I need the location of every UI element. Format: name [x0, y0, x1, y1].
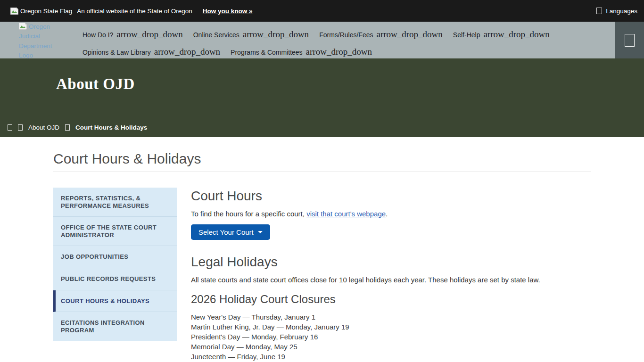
holiday-closures-heading: 2026 Holiday Court Closures [191, 293, 591, 306]
nav-item-forms-rules-fees[interactable]: Forms/Rules/Fees arrow_drop_down [314, 26, 448, 43]
arrow-drop-down-icon: arrow_drop_down [116, 26, 182, 40]
nav-item-online-services[interactable]: Online Services arrow_drop_down [188, 26, 314, 43]
holiday-list-item: New Year's Day — Thursday, January 1 [191, 312, 591, 322]
breadcrumb-current-page: Court Hours & Holidays [75, 124, 147, 131]
breadcrumb-home-icon[interactable] [8, 124, 12, 131]
sidebar-item-reports-statistics[interactable]: REPORTS, STATISTICS, & PERFORMANCE MEASU… [53, 188, 177, 217]
languages-icon [596, 8, 602, 14]
legal-holidays-text: All state courts and state court offices… [191, 276, 591, 284]
arrow-drop-down-icon: arrow_drop_down [483, 26, 549, 40]
main-column: Court Hours To find the hours for a spec… [191, 188, 591, 362]
sidebar-item-court-hours-holidays[interactable]: COURT HOURS & HOLIDAYS [53, 290, 177, 313]
sidebar-item-public-records[interactable]: PUBLIC RECORDS REQUESTS [53, 268, 177, 290]
legal-holidays-heading: Legal Holidays [191, 255, 591, 270]
main-navbar: Oregon Judicial Department Logo How Do I… [0, 22, 644, 58]
nav-item-label: Self-Help [453, 26, 480, 39]
court-webpage-link[interactable]: visit that court's webpage [306, 210, 386, 218]
nav-item-label: Online Services [193, 26, 239, 39]
hero-banner: About OJD About OJD Court Hours & Holida… [0, 58, 644, 137]
intro-prefix: To find the hours for a specific court, [191, 210, 306, 218]
broken-image-icon [19, 23, 27, 30]
flag-alt-text: Oregon State Flag [20, 8, 72, 15]
holiday-list: New Year's Day — Thursday, January 1 Mar… [191, 312, 591, 362]
state-flag-broken-image: Oregon State Flag [10, 8, 72, 15]
page-content: Court Hours & Holidays REPORTS, STATISTI… [0, 137, 644, 362]
breadcrumb-chevron-icon [18, 124, 23, 131]
search-button[interactable] [615, 22, 644, 58]
court-hours-heading: Court Hours [191, 189, 591, 204]
languages-label: Languages [606, 8, 637, 15]
arrow-drop-down-icon: arrow_drop_down [376, 26, 442, 40]
holiday-list-item: Juneteenth — Friday, June 19 [191, 352, 591, 362]
nav-item-label: Programs & Committees [231, 44, 302, 56]
breadcrumb-chevron-icon [65, 124, 70, 131]
official-state-bar: Oregon State Flag An official website of… [0, 0, 644, 22]
breadcrumb: About OJD Court Hours & Holidays [8, 124, 147, 131]
how-you-know-link[interactable]: How you know » [203, 8, 253, 15]
caret-down-icon [258, 231, 263, 233]
ojd-logo-link[interactable]: Oregon Judicial Department Logo [19, 22, 62, 58]
holiday-list-item: Memorial Day — Monday, May 25 [191, 342, 591, 352]
hero-title: About OJD [56, 75, 135, 93]
languages-button[interactable]: Languages [596, 8, 637, 15]
sidebar-item-osca[interactable]: OFFICE OF THE STATE COURT ADMINISTRATOR [53, 217, 177, 246]
nav-item-label: How Do I? [83, 26, 113, 39]
official-website-text: An official website of the State of Oreg… [77, 8, 192, 15]
holiday-list-item: President's Day — Monday, February 16 [191, 332, 591, 342]
title-divider [53, 172, 591, 172]
court-hours-intro: To find the hours for a specific court, … [191, 210, 591, 218]
nav-item-label: Forms/Rules/Fees [319, 26, 373, 39]
search-icon [625, 34, 635, 47]
section-sidebar: REPORTS, STATISTICS, & PERFORMANCE MEASU… [53, 188, 177, 341]
nav-item-label: Opinions & Law Library [83, 44, 151, 56]
nav-menu: How Do I? arrow_drop_down Online Service… [77, 22, 555, 58]
broken-image-icon [10, 8, 18, 15]
nav-item-how-do-i[interactable]: How Do I? arrow_drop_down [77, 26, 188, 43]
arrow-drop-down-icon: arrow_drop_down [306, 43, 372, 57]
select-your-court-label: Select Your Court [198, 228, 254, 236]
arrow-drop-down-icon: arrow_drop_down [154, 43, 220, 57]
holiday-list-item: Martin Luther King, Jr. Day — Monday, Ja… [191, 322, 591, 332]
select-your-court-button[interactable]: Select Your Court [191, 224, 270, 240]
sidebar-item-ecitations[interactable]: ECITATIONS INTEGRATION PROGRAM [53, 312, 177, 341]
sidebar-item-job-opportunities[interactable]: JOB OPPORTUNITIES [53, 246, 177, 268]
arrow-drop-down-icon: arrow_drop_down [243, 26, 309, 40]
nav-menu-row-1: How Do I? arrow_drop_down Online Service… [77, 26, 555, 43]
page-title: Court Hours & Holidays [53, 151, 591, 167]
intro-suffix: . [386, 210, 388, 218]
nav-item-self-help[interactable]: Self-Help arrow_drop_down [448, 26, 555, 43]
breadcrumb-parent-link[interactable]: About OJD [28, 124, 59, 131]
